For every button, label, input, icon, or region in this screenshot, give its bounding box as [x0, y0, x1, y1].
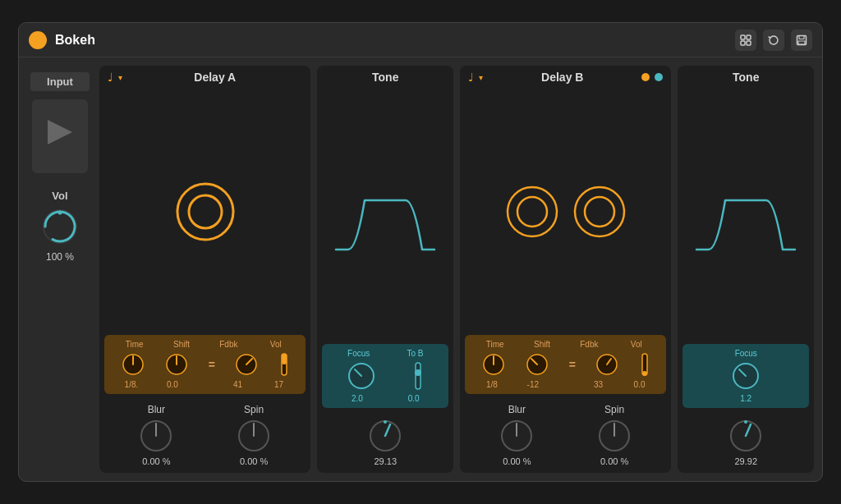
- svg-point-11: [189, 195, 222, 228]
- tone-a-bottom-value: 29.13: [374, 456, 397, 466]
- delay-b-panel: ♩ ▾ Delay B: [460, 66, 671, 473]
- delay-a-knobs-bg: Time Shift Fdbk Vol: [104, 335, 306, 394]
- tone-a-tob-knob[interactable]: [412, 361, 424, 391]
- delay-a-shift-knob[interactable]: [164, 352, 189, 377]
- delay-a-spin-knob[interactable]: [236, 418, 272, 454]
- vol-label: Vol: [52, 190, 67, 202]
- tone-b-bottom-knob-group: 29.92: [728, 418, 764, 466]
- tone-a-tob-value: 0.0: [408, 394, 420, 403]
- delay-b-eq-spacer: [562, 380, 570, 389]
- delay-a-knob-values: 1/8. 0.0 41 17: [111, 380, 299, 389]
- delay-b-dot-teal: [655, 73, 663, 81]
- delay-b-blur-knob[interactable]: [499, 418, 535, 454]
- svg-rect-5: [799, 35, 804, 39]
- svg-rect-2: [741, 41, 745, 45]
- delay-b-shift-value: -12: [521, 380, 545, 389]
- delay-b-vol-knob[interactable]: [639, 352, 650, 377]
- tone-a-focus-label: Focus: [347, 349, 370, 358]
- tone-b-bottom-value: 29.92: [734, 456, 757, 466]
- delay-a-fdbk-knob[interactable]: [234, 352, 259, 377]
- delay-b-circle-1: [503, 183, 561, 241]
- delay-b-blur-value: 0.00 %: [503, 456, 531, 466]
- tone-a-title: Tone: [325, 71, 445, 84]
- tone-b-bottom-row: 29.92: [678, 413, 814, 473]
- svg-point-34: [575, 187, 624, 236]
- svg-rect-6: [798, 41, 805, 44]
- delay-a-spin-group: Spin 0.00 %: [236, 404, 272, 466]
- tone-a-panel: Tone Focus To B: [317, 66, 453, 473]
- delay-a-circle: [172, 179, 238, 245]
- svg-point-33: [517, 197, 547, 227]
- delay-b-time-label: Time: [483, 340, 508, 349]
- svg-point-8: [44, 210, 76, 243]
- delay-b-knob-labels: Time Shift Fdbk Vol: [471, 340, 659, 349]
- tone-a-knob-labels: Focus To B: [329, 349, 442, 358]
- delay-b-blur-group: Blur 0.00 %: [499, 404, 535, 466]
- delay-a-shift-label: Shift: [169, 340, 194, 349]
- tone-b-bottom-knob[interactable]: [728, 418, 764, 454]
- delay-b-spin-group: Spin 0.00 %: [596, 404, 632, 466]
- svg-marker-7: [48, 120, 72, 144]
- refresh-button[interactable]: [763, 30, 784, 51]
- delay-a-blur-group: Blur 0.00 %: [138, 404, 174, 466]
- delay-a-arrow-icon: ▾: [118, 73, 122, 82]
- tone-a-bottom-knob[interactable]: [367, 418, 403, 454]
- tone-b-visual: [678, 89, 814, 344]
- delay-b-spin-knob[interactable]: [596, 418, 632, 454]
- svg-point-31: [384, 420, 387, 424]
- delay-a-shift-value: 0.0: [160, 380, 185, 389]
- delay-b-dot-orange: [641, 73, 650, 81]
- tone-b-knobs-bg: Focus 1.2: [682, 344, 809, 408]
- svg-rect-3: [747, 41, 751, 45]
- tone-a-bottom-knob-group: 29.13: [367, 418, 403, 466]
- tone-b-knob-values: 1.2: [689, 394, 802, 403]
- delay-b-note-icon: ♩: [468, 71, 474, 84]
- tone-a-focus-knob[interactable]: [347, 361, 376, 391]
- tone-b-focus-knob[interactable]: [731, 361, 761, 391]
- delay-b-title: Delay B: [488, 71, 636, 84]
- delay-a-time-knob[interactable]: [121, 352, 145, 377]
- delay-b-knob-row: =: [471, 352, 659, 377]
- delay-a-blur-knob[interactable]: [138, 418, 174, 454]
- vol-knob[interactable]: [39, 205, 81, 248]
- delay-b-equal-sign: =: [569, 358, 576, 371]
- delay-a-time-value: 1/8.: [119, 380, 144, 389]
- tone-a-tob-label: To B: [407, 349, 423, 358]
- delay-b-fdbk-knob[interactable]: [595, 352, 619, 377]
- delay-a-spin-label: Spin: [244, 404, 264, 415]
- delay-b-circles: [503, 183, 628, 241]
- delay-b-time-knob[interactable]: [481, 352, 506, 377]
- input-label: Input: [30, 72, 90, 91]
- delay-a-equal-sign: =: [209, 358, 215, 371]
- tone-b-knob-row: [689, 361, 802, 391]
- svg-point-32: [508, 187, 557, 236]
- vol-section: Vol 100 %: [39, 190, 81, 263]
- delay-a-note-icon: ♩: [108, 71, 113, 84]
- save-button[interactable]: [791, 30, 812, 51]
- svg-point-52: [744, 420, 747, 424]
- delay-a-panel: ♩ ▾ Delay A Time Shift Fdbk: [99, 66, 310, 473]
- tone-b-focus-value: 1.2: [740, 394, 751, 403]
- svg-point-28: [415, 369, 421, 376]
- svg-rect-1: [747, 35, 751, 39]
- delay-b-vol-label: Vol: [624, 340, 649, 349]
- delay-b-bottom-row: Blur 0.00 % Spin 0.00 %: [460, 399, 671, 473]
- plugin-window: Bokeh: [18, 22, 823, 482]
- delay-a-header: ♩ ▾ Delay A: [99, 66, 310, 89]
- delay-a-vol-knob[interactable]: [278, 352, 290, 377]
- input-panel: Input Vol 100 %: [27, 66, 93, 473]
- delay-a-spin-value: 0.00 %: [240, 456, 268, 466]
- delay-b-knobs-bg: Time Shift Fdbk Vol: [465, 335, 666, 394]
- delay-b-visual: [460, 89, 671, 335]
- svg-point-10: [177, 184, 233, 240]
- delay-b-shift-knob[interactable]: [525, 352, 549, 377]
- delay-a-fdbk-value: 41: [226, 380, 250, 389]
- resize-button[interactable]: [735, 30, 756, 51]
- delay-a-blur-value: 0.00 %: [142, 456, 170, 466]
- delay-b-spin-value: 0.00 %: [600, 456, 628, 466]
- tone-a-knob-row: [329, 361, 442, 391]
- tone-a-knob-values: 2.0 0.0: [329, 394, 442, 403]
- delay-b-fdbk-label: Fdbk: [577, 340, 601, 349]
- delay-a-vol-value: 17: [267, 380, 292, 389]
- tone-b-focus-label: Focus: [735, 349, 757, 358]
